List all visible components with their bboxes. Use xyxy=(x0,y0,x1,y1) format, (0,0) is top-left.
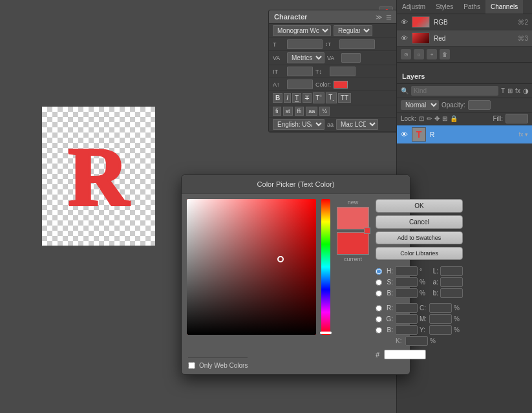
b-radio[interactable] xyxy=(376,290,382,297)
ordinals-button[interactable]: aa xyxy=(306,107,317,116)
y-input[interactable]: 84 xyxy=(429,325,452,335)
ligatures-button[interactable]: fi xyxy=(273,107,281,116)
hue-slider[interactable] xyxy=(321,199,330,335)
panel-collapse-icon[interactable]: ≫ xyxy=(376,14,382,21)
channel-icon-1[interactable]: ⊙ xyxy=(401,49,411,59)
scale-v-icon: T↕ xyxy=(315,69,327,75)
discretionary-button[interactable]: st xyxy=(283,107,293,116)
g-input[interactable]: 56 xyxy=(395,314,418,324)
hex-input[interactable]: e63838 xyxy=(384,350,426,359)
preview-new-swatch xyxy=(337,207,369,229)
s-input[interactable]: 76 xyxy=(395,277,418,287)
strikethrough-button[interactable]: T̶ xyxy=(303,93,312,103)
channel-row-rgb[interactable]: 👁 RGB ⌘2 xyxy=(397,14,532,30)
sb-picker-box[interactable] xyxy=(187,199,316,335)
language-select[interactable]: English: USA xyxy=(273,119,325,130)
b-input[interactable]: 90 xyxy=(395,288,418,298)
channel-icon-3[interactable]: + xyxy=(427,49,437,59)
c-input[interactable]: 4 xyxy=(429,303,452,313)
web-colors-checkbox[interactable] xyxy=(188,362,195,369)
character-panel-header: Character ≫ ☰ xyxy=(269,10,397,24)
channel-name-red: Red xyxy=(434,35,514,42)
b3-label: b: xyxy=(429,290,438,297)
channel-name-rgb: RGB xyxy=(434,19,514,26)
allcaps-button[interactable]: TT xyxy=(338,93,351,103)
layer-vis-icon[interactable]: 👁 xyxy=(401,131,408,138)
ok-button[interactable]: OK xyxy=(376,199,463,213)
font-size-input[interactable]: 302,53 pt xyxy=(287,39,323,49)
italic-button[interactable]: I xyxy=(284,93,291,103)
b-field-row: B: 90 % b: 43 xyxy=(376,288,463,298)
h-unit: ° xyxy=(420,268,427,275)
a-input[interactable]: 66 xyxy=(440,277,463,287)
kerning-label: VA xyxy=(327,55,339,61)
scale-h-input[interactable]: 100% xyxy=(287,67,313,76)
metrics-select[interactable]: Metrics xyxy=(287,52,325,63)
layers-search-input[interactable] xyxy=(411,86,498,96)
antialias-select[interactable]: Mac LCD xyxy=(336,119,378,130)
tab-channels[interactable]: Channels xyxy=(485,0,523,14)
b2-radio[interactable] xyxy=(376,327,382,334)
kerning-input[interactable]: 0 xyxy=(341,53,361,63)
h-label: H: xyxy=(384,268,393,275)
channel-icon-2[interactable]: ○ xyxy=(414,49,424,59)
lock-transparent-icon[interactable]: ⊡ xyxy=(419,115,424,122)
g-radio[interactable] xyxy=(376,316,382,323)
b2-field-row: B: 56 Y: 84 % xyxy=(376,325,463,335)
r-radio[interactable] xyxy=(376,305,382,312)
font-family-select[interactable]: Monogram World 5 xyxy=(273,25,331,36)
baseline-input[interactable]: 0 pt xyxy=(287,79,313,89)
g-label: G: xyxy=(384,315,393,323)
line-height-input[interactable]: 514,78 pt xyxy=(339,39,375,49)
add-to-swatches-button[interactable]: Add to Swatches xyxy=(376,231,463,244)
superscript-button[interactable]: T+ xyxy=(313,92,325,103)
s-field-row: S: 76 % a: 66 xyxy=(376,277,463,287)
lock-all-icon[interactable]: 🔒 xyxy=(450,115,458,122)
character-panel-title: Character xyxy=(274,13,307,21)
character-panel-icons: ≫ ☰ xyxy=(376,14,392,21)
fill-input[interactable]: 100% xyxy=(505,114,528,123)
h-input[interactable]: 0 xyxy=(395,266,418,276)
s-radio[interactable] xyxy=(376,279,382,286)
b3-input[interactable]: 43 xyxy=(440,288,463,298)
lock-position-icon[interactable]: ✥ xyxy=(434,115,440,122)
color-libraries-button[interactable]: Color Libraries xyxy=(376,247,463,260)
s-label: S: xyxy=(384,279,393,286)
fractions-button[interactable]: ½ xyxy=(319,107,330,116)
oldstyle-button[interactable]: ffi xyxy=(295,107,304,116)
layer-fx-button[interactable]: fx ▾ xyxy=(518,131,528,138)
r-field-row: R: 230 C: 4 % xyxy=(376,303,463,313)
subscript-button[interactable]: T- xyxy=(326,92,336,103)
channel-row-red[interactable]: 👁 Red ⌘3 xyxy=(397,30,532,47)
r-input[interactable]: 230 xyxy=(395,303,418,313)
underline-button[interactable]: T xyxy=(292,93,301,103)
blend-mode-select[interactable]: Normal xyxy=(401,100,439,110)
text-color-swatch[interactable] xyxy=(334,81,348,89)
tab-styles[interactable]: Styles xyxy=(431,0,458,14)
bold-button[interactable]: B xyxy=(273,93,282,103)
search-icon: 🔍 xyxy=(401,87,409,94)
h-radio[interactable] xyxy=(376,268,382,275)
tab-adjustments[interactable]: Adjustm xyxy=(397,0,431,14)
k-input[interactable]: 0 xyxy=(405,336,428,346)
tab-paths[interactable]: Paths xyxy=(458,0,485,14)
layers-blend-row: Normal Opacity: 100% xyxy=(397,98,532,112)
panel-menu-icon[interactable]: ☰ xyxy=(386,14,392,21)
b2-input[interactable]: 56 xyxy=(395,325,418,335)
lock-artboard-icon[interactable]: ⊞ xyxy=(442,115,447,122)
m-input[interactable]: 93 xyxy=(429,314,452,324)
layer-item-r[interactable]: 👁 T R fx ▾ xyxy=(397,125,532,143)
layer-adj-icon: ◑ xyxy=(523,87,529,94)
panel-separator xyxy=(397,63,532,67)
layers-lock-row: Lock: ⊡ ✏ ✥ ⊞ 🔒 Fill: 100% xyxy=(397,112,532,125)
h-field-row: H: 0 ° L: 53 xyxy=(376,266,463,276)
l-input[interactable]: 53 xyxy=(440,266,463,276)
channel-vis-rgb: 👁 xyxy=(401,18,408,26)
lock-paint-icon[interactable]: ✏ xyxy=(427,115,432,122)
layer-name-r: R xyxy=(430,131,515,138)
channel-icon-4[interactable]: 🗑 xyxy=(440,49,450,59)
opacity-input[interactable]: 100% xyxy=(468,100,491,110)
cancel-button[interactable]: Cancel xyxy=(376,215,463,229)
scale-v-input[interactable]: 100% xyxy=(330,67,356,76)
font-style-select[interactable]: Regular xyxy=(334,25,372,36)
